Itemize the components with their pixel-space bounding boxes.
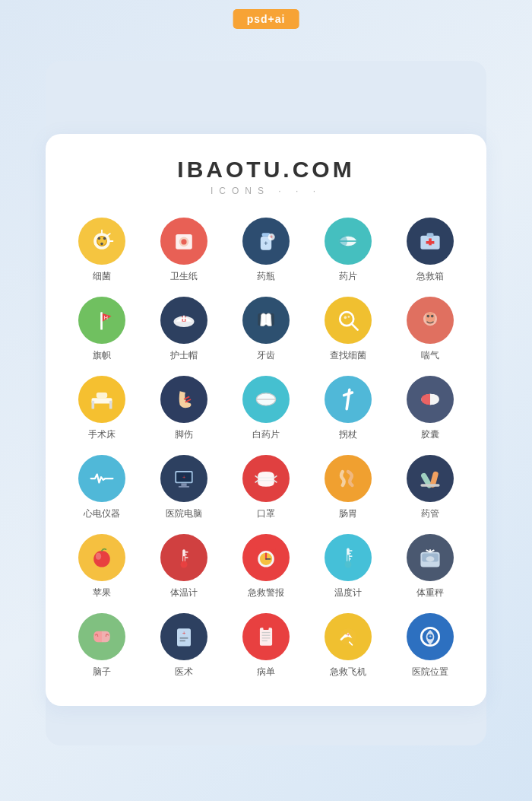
icon-item-medical: +医术 [143, 613, 225, 679]
svg-rect-24 [100, 312, 103, 329]
icon-item-thermometer: 体温计 [143, 534, 225, 599]
svg-rect-44 [97, 393, 107, 398]
svg-point-19 [339, 235, 347, 246]
icon-circle-first-aid [407, 218, 454, 265]
icon-item-intestine: 肠胃 [307, 455, 389, 520]
icon-label-pill: 药片 [339, 270, 357, 283]
svg-rect-21 [427, 233, 434, 237]
icon-circle-crutch [325, 376, 372, 423]
svg-rect-54 [179, 485, 189, 487]
icon-label-medical: 医术 [175, 666, 193, 679]
icon-circle-bacteria [78, 218, 125, 265]
icon-circle-flag: H [78, 297, 125, 344]
icon-grid: 细菌卫生纸++药瓶药片急救箱H旗帜护士帽牙齿查找细菌喘气手术床脚伤白药片拐杖胶囊… [61, 218, 471, 679]
svg-line-60 [274, 475, 277, 478]
svg-point-3 [103, 237, 106, 240]
icon-item-medicine-tube: 药管 [389, 455, 471, 520]
icon-item-nurse-hat: 护士帽 [143, 297, 225, 362]
icon-item-patient-form: 病单 [225, 613, 307, 679]
svg-text:+: + [182, 630, 186, 637]
icon-circle-medicine-tube [407, 455, 454, 502]
card-title: IBAOTU.COM [61, 157, 471, 183]
icon-item-bacteria: 细菌 [61, 218, 143, 283]
svg-rect-79 [347, 555, 349, 565]
icon-label-rescue-plane: 急救飞机 [330, 666, 366, 679]
svg-point-65 [93, 551, 110, 567]
svg-rect-100 [263, 627, 268, 630]
svg-text:+: + [270, 234, 273, 240]
icon-label-scale: 体重秤 [416, 586, 444, 599]
icon-circle-tooth [242, 297, 290, 344]
icon-circle-mask [242, 455, 290, 502]
svg-text:+: + [264, 240, 268, 247]
icon-circle-brain [78, 613, 125, 660]
svg-text:H: H [104, 314, 108, 321]
icon-label-temperature: 温度计 [334, 586, 362, 599]
svg-text:+: + [347, 632, 350, 637]
icon-circle-toilet-paper [160, 218, 207, 265]
icon-label-apple: 苹果 [93, 586, 111, 599]
icon-label-brain: 脑子 [93, 666, 111, 679]
icon-circle-rescue-plane: + [325, 613, 372, 660]
icon-item-pill: 药片 [307, 218, 389, 283]
icon-label-foot-injury: 脚伤 [175, 428, 193, 441]
svg-rect-23 [426, 241, 435, 244]
icon-item-apple: 苹果 [61, 534, 143, 599]
icon-label-first-aid: 急救箱 [416, 270, 444, 283]
icon-label-asthma: 喘气 [421, 349, 439, 362]
icon-item-tooth: 牙齿 [225, 297, 307, 362]
icon-circle-nurse-hat [160, 297, 207, 344]
icon-item-scale: 体重秤 [389, 534, 471, 599]
svg-rect-94 [259, 627, 273, 646]
icon-item-alarm: 急救警报 [225, 534, 307, 599]
svg-point-2 [98, 237, 101, 240]
svg-text:+: + [182, 473, 185, 480]
svg-line-48 [344, 393, 353, 396]
icon-label-operating-bed: 手术床 [88, 428, 116, 441]
icon-circle-hospital-pc: + [160, 455, 207, 502]
icon-item-hospital-pc: +医院电脑 [143, 455, 225, 520]
icon-circle-medical: + [160, 613, 207, 660]
icon-circle-capsule [407, 376, 454, 423]
svg-point-66 [96, 552, 101, 559]
svg-line-6 [107, 234, 110, 236]
svg-point-4 [100, 242, 103, 245]
icon-label-hospital-location: 医院位置 [412, 666, 448, 679]
icon-circle-foot-injury [160, 376, 207, 423]
icon-circle-white-pill [242, 376, 290, 423]
svg-point-36 [348, 316, 350, 318]
svg-text:+: + [429, 633, 432, 638]
icon-label-find-bacteria: 查找细菌 [330, 349, 366, 362]
svg-rect-69 [183, 556, 185, 566]
icon-label-hospital-pc: 医院电脑 [166, 507, 202, 520]
icon-label-tooth: 牙齿 [257, 349, 275, 362]
svg-point-35 [344, 316, 347, 319]
icon-label-flag: 旗帜 [93, 349, 111, 362]
icon-label-thermometer: 体温计 [170, 586, 198, 599]
icon-circle-alarm [242, 534, 290, 581]
svg-rect-43 [109, 400, 112, 408]
icon-circle-medicine-bottle: ++ [242, 218, 290, 265]
icon-circle-ecg [78, 455, 125, 502]
icon-item-capsule: 胶囊 [389, 376, 471, 441]
icon-label-ecg: 心电仪器 [84, 507, 120, 520]
icon-item-operating-bed: 手术床 [61, 376, 143, 441]
svg-rect-42 [92, 400, 95, 408]
card-subtitle: ICONS · · · [61, 186, 471, 196]
icon-item-rescue-plane: +急救飞机 [307, 613, 389, 679]
badge: psd+ai [233, 9, 299, 29]
icon-item-medicine-bottle: ++药瓶 [225, 218, 307, 283]
icon-item-brain: 脑子 [61, 613, 143, 679]
icon-circle-operating-bed [78, 376, 125, 423]
icon-item-crutch: 拐杖 [307, 376, 389, 441]
svg-line-59 [255, 480, 258, 482]
svg-point-39 [427, 314, 430, 317]
icon-item-first-aid: 急救箱 [389, 218, 471, 283]
svg-line-34 [352, 324, 357, 329]
icon-label-medicine-tube: 药管 [421, 507, 439, 520]
icon-label-nurse-hat: 护士帽 [170, 349, 198, 362]
icon-item-foot-injury: 脚伤 [143, 376, 225, 441]
svg-line-61 [274, 480, 277, 482]
icon-circle-thermometer [160, 534, 207, 581]
icon-label-capsule: 胶囊 [421, 428, 439, 441]
